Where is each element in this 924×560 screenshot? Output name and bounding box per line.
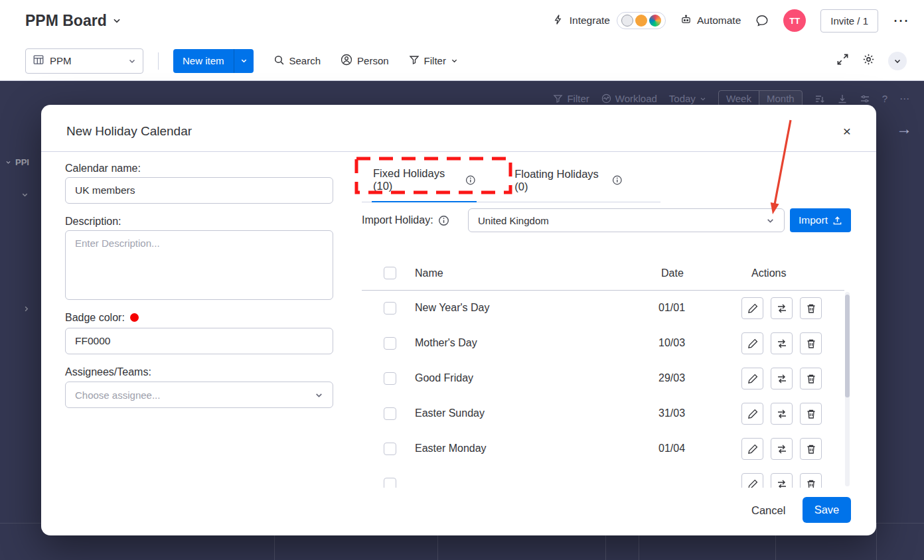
- chevron-down-icon: [128, 57, 136, 65]
- select-all-checkbox[interactable]: [384, 267, 396, 279]
- row-checkbox[interactable]: [384, 337, 396, 350]
- edit-button[interactable]: [741, 438, 763, 460]
- trash-icon: [806, 374, 816, 384]
- swap-button[interactable]: [771, 438, 793, 460]
- swap-button[interactable]: [771, 403, 793, 425]
- invite-button[interactable]: Invite / 1: [820, 9, 878, 33]
- info-icon[interactable]: [438, 215, 449, 226]
- tab-fixed-holidays[interactable]: Fixed Holidays (10): [372, 167, 477, 202]
- row-checkbox[interactable]: [384, 443, 396, 455]
- info-icon[interactable]: [612, 175, 623, 186]
- trash-icon: [806, 303, 816, 314]
- pencil-icon: [747, 374, 758, 384]
- expand-icon[interactable]: [836, 53, 849, 68]
- board-view-label: PPM: [50, 55, 72, 66]
- delete-button[interactable]: [800, 403, 822, 425]
- edit-button[interactable]: [741, 403, 763, 425]
- delete-button[interactable]: [800, 438, 822, 460]
- row-checkbox[interactable]: [384, 372, 396, 385]
- description-label: Description:: [65, 216, 121, 228]
- assignees-label: Assignees/Teams:: [65, 366, 151, 378]
- info-icon[interactable]: [465, 175, 476, 186]
- automate-icon: [680, 14, 692, 28]
- board-view-select[interactable]: PPM: [25, 48, 143, 74]
- country-dropdown[interactable]: United Kingdom: [468, 208, 785, 232]
- user-avatar[interactable]: TT: [783, 9, 806, 32]
- table-scrollbar[interactable]: [845, 292, 850, 486]
- edit-button[interactable]: [741, 368, 763, 389]
- new-item-split-button: New item: [173, 49, 254, 73]
- person-filter-button[interactable]: Person: [341, 54, 389, 68]
- integration-app-icon: [621, 15, 633, 27]
- chat-bubble-icon[interactable]: [755, 14, 769, 27]
- row-checkbox[interactable]: [384, 478, 396, 488]
- tab-fixed-label: Fixed Holidays (10): [373, 167, 460, 192]
- holiday-date: 01/04: [658, 443, 685, 455]
- edit-button[interactable]: [741, 297, 763, 319]
- description-textarea[interactable]: [65, 230, 333, 300]
- delete-button[interactable]: [800, 368, 822, 389]
- swap-button[interactable]: [771, 473, 793, 488]
- bg-group-text: PPI: [15, 157, 29, 167]
- trash-icon: [806, 479, 816, 488]
- search-button[interactable]: Search: [273, 54, 321, 68]
- save-button[interactable]: Save: [803, 497, 851, 523]
- integration-apps-pill[interactable]: [617, 12, 666, 29]
- tab-floating-holidays[interactable]: Floating Holidays (0): [513, 167, 624, 202]
- bg-today-label: Today: [669, 93, 696, 104]
- integration-app-icon: [649, 15, 661, 27]
- swap-button[interactable]: [771, 368, 793, 389]
- chevron-down-icon: [700, 96, 706, 102]
- bg-filter-button: Filter: [553, 93, 589, 104]
- row-checkbox[interactable]: [384, 302, 396, 315]
- badge-color-label-text: Badge color:: [65, 312, 125, 323]
- import-button[interactable]: Import: [790, 208, 851, 232]
- assignees-select[interactable]: Choose assignee...: [65, 382, 333, 408]
- holiday-name: Mother's Day: [415, 337, 477, 349]
- sliders-icon: [860, 94, 870, 104]
- edit-button[interactable]: [741, 473, 763, 488]
- gear-icon[interactable]: [862, 53, 875, 68]
- close-icon[interactable]: ×: [838, 122, 856, 141]
- integrate-group[interactable]: Integrate: [553, 12, 666, 29]
- more-icon: ⋯: [899, 93, 909, 105]
- table-view-icon: [33, 54, 44, 68]
- swap-button[interactable]: [771, 332, 793, 354]
- new-item-dropdown-button[interactable]: [234, 49, 254, 73]
- new-item-button[interactable]: New item: [173, 49, 234, 73]
- collapse-header-chevron-icon[interactable]: [888, 52, 907, 70]
- bg-filter-label: Filter: [567, 93, 589, 104]
- calendar-name-label: Calendar name:: [65, 163, 141, 175]
- sort-icon: [814, 94, 825, 104]
- holiday-name: Easter Monday: [415, 443, 487, 455]
- swap-arrows-icon: [777, 303, 787, 314]
- page: PPM Board Integrate: [0, 0, 924, 560]
- board-title-chevron-icon[interactable]: [112, 16, 121, 25]
- delete-button[interactable]: [800, 297, 822, 319]
- bg-workload-button: Workload: [601, 93, 657, 104]
- chevron-down-icon: [451, 57, 458, 64]
- search-label: Search: [289, 55, 321, 66]
- import-label-text: Import Holiday:: [362, 214, 433, 226]
- badge-color-swatch: [130, 313, 139, 322]
- scrollbar-thumb[interactable]: [845, 295, 850, 397]
- trash-icon: [806, 444, 816, 455]
- delete-button[interactable]: [800, 332, 822, 354]
- swap-button[interactable]: [771, 297, 793, 319]
- cancel-button[interactable]: Cancel: [742, 499, 795, 522]
- calendar-name-input[interactable]: [65, 177, 333, 204]
- row-actions: [741, 332, 822, 354]
- row-checkbox[interactable]: [384, 407, 396, 420]
- toolbar-right-cluster: [836, 52, 907, 70]
- filter-label: Filter: [424, 55, 446, 66]
- new-holiday-calendar-modal: New Holiday Calendar × Calendar name: De…: [41, 105, 876, 535]
- person-label: Person: [357, 55, 389, 66]
- automate-group[interactable]: Automate: [680, 14, 741, 28]
- edit-button[interactable]: [741, 332, 763, 354]
- holiday-date: 01/01: [658, 302, 685, 314]
- delete-button[interactable]: [800, 473, 822, 488]
- toolbar-separator: [158, 52, 159, 70]
- filter-button[interactable]: Filter: [409, 54, 458, 67]
- header-more-icon[interactable]: ⋯: [893, 13, 909, 29]
- badge-color-input[interactable]: [65, 328, 333, 354]
